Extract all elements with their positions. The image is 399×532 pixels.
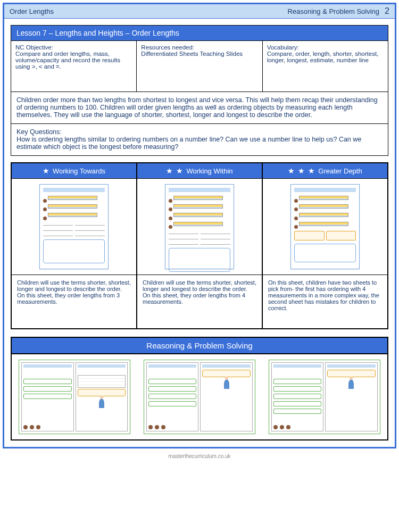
page-number: 2 [385,6,389,16]
level-depth-header: ★ ★ ★ Greater Depth [263,163,387,178]
vocab-text: Compare, order, length, shorter, shortes… [267,51,384,63]
desc-towards: Children will use the terms shorter, sho… [12,275,137,328]
levels-desc-row: Children will use the terms shorter, sho… [11,275,388,329]
nc-text: Compare and order lengths, mass, volume/… [15,51,132,70]
overview-row: Children order more than two lengths fro… [11,92,388,124]
star-icon: ★ [176,167,183,175]
level-within-header: ★ ★ Working Within [137,163,263,178]
worksheet-thumb-towards [39,184,109,269]
resources-label: Resources needed: [141,44,257,51]
objectives-row: NC Objective: Compare and order lengths,… [11,41,388,92]
rps-title: Reasoning & Problem Solving [11,337,388,353]
resources-text: Differentiated Sheets Teaching Slides [141,51,257,57]
star-icon: ★ [288,167,295,175]
star-icon: ★ [308,167,315,175]
nc-label: NC Objective: [15,44,132,51]
footer: masterthecurriculum.co.uk [0,451,399,461]
worksheet-thumb-depth [290,184,360,269]
header-left: Order Lengths [10,7,54,15]
rps-thumb-1 [19,360,130,434]
key-questions-row: Key Questions: How is ordering lengths s… [11,124,388,156]
resources-cell: Resources needed: Differentiated Sheets … [137,41,262,92]
level-depth-label: Greater Depth [318,167,362,175]
star-icon: ★ [298,167,305,175]
thumb-depth-cell [263,179,387,275]
vocab-cell: Vocabulary: Compare, order, length, shor… [263,41,388,92]
header-right: Reasoning & Problem Solving 2 [287,6,389,16]
level-towards-header: ★ Working Towards [12,163,137,178]
level-towards-label: Working Towards [53,167,105,175]
level-within-label: Working Within [186,167,232,175]
lesson-title: Lesson 7 – Lengths and Heights – Order L… [11,25,388,41]
thumb-towards-cell [12,179,137,275]
desc-depth: On this sheet, children have two sheets … [263,275,387,328]
rps-thumb-2 [144,360,255,434]
thumb-within-cell [137,179,263,275]
vocab-label: Vocabulary: [267,44,384,51]
nc-objective-cell: NC Objective: Compare and order lengths,… [11,41,137,92]
worksheet-thumb-within [165,184,234,269]
rps-thumbs-row [11,353,388,440]
levels-thumbs-row [11,178,388,275]
levels-header: ★ Working Towards ★ ★ Working Within ★ ★… [11,162,388,178]
star-icon: ★ [43,167,49,175]
page-header: Order Lengths Reasoning & Problem Solvin… [4,4,395,19]
page-container: Order Lengths Reasoning & Problem Solvin… [3,3,396,448]
rps-thumb-3 [269,360,380,434]
header-category: Reasoning & Problem Solving [287,7,379,15]
star-icon: ★ [166,167,173,175]
desc-within: Children will use the terms shorter, sho… [137,275,263,328]
key-questions-text: How is ordering lengths similar to order… [16,136,383,151]
content-area: Lesson 7 – Lengths and Heights – Order L… [4,19,395,447]
key-questions-label: Key Questions: [16,128,383,136]
